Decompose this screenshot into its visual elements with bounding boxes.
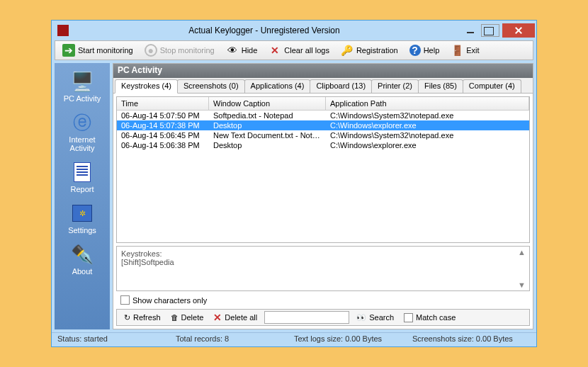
- hide-button[interactable]: 👁 Hide: [222, 43, 262, 58]
- sidebar-item-internet-activity[interactable]: ⓔ Internet Activity: [57, 108, 108, 155]
- panel-title: PC Activity: [113, 64, 533, 78]
- main-panel: PC Activity Keystrokes (4)Screenshots (0…: [113, 63, 533, 329]
- window-title: Actual Keylogger - Unregistered Version: [69, 26, 460, 35]
- help-button[interactable]: ? Help: [405, 43, 444, 57]
- exit-button[interactable]: 🚪 Exit: [446, 43, 483, 58]
- delete-all-button[interactable]: ✕ Delete all: [210, 310, 260, 324]
- search-label: Search: [369, 313, 394, 322]
- close-button[interactable]: [502, 23, 535, 38]
- show-chars-row: Show characters only: [113, 294, 533, 309]
- trash-icon: 🗑: [171, 313, 179, 322]
- bottom-toolbar: ↻ Refresh 🗑 Delete ✕ Delete all 👀 Search: [116, 309, 530, 326]
- play-icon: ➔: [62, 44, 75, 57]
- monitor-icon: 🖥️: [71, 70, 94, 93]
- app-icon: [57, 25, 69, 36]
- refresh-label: Refresh: [133, 313, 161, 322]
- table-body: 06-Aug-14 5:07:50 PMSoftpedia.txt - Note…: [117, 111, 529, 242]
- scroll-down-icon[interactable]: ▼: [518, 281, 528, 289]
- total-records: Total records: 8: [176, 334, 294, 345]
- col-time[interactable]: Time: [117, 97, 209, 110]
- cell-path: C:\Windows\explorer.exe: [326, 120, 529, 130]
- delete-label: Delete: [181, 313, 204, 322]
- cell-caption: Desktop: [209, 120, 326, 130]
- sidebar-item-pc-activity[interactable]: 🖥️ PC Activity: [57, 67, 108, 106]
- table-row[interactable]: 06-Aug-14 5:07:50 PMSoftpedia.txt - Note…: [117, 111, 529, 120]
- refresh-button[interactable]: ↻ Refresh: [121, 312, 164, 324]
- tab-4[interactable]: Printer (2): [371, 79, 419, 93]
- cell-time: 06-Aug-14 5:06:45 PM: [117, 130, 209, 140]
- refresh-icon: ↻: [124, 313, 130, 322]
- col-caption[interactable]: Window Caption: [209, 97, 326, 110]
- sidebar-label: Report: [70, 185, 94, 193]
- cell-caption: New Text Document.txt - Note...: [209, 130, 326, 140]
- cell-path: C:\Windows\System32\notepad.exe: [326, 111, 529, 120]
- content-area: 🖥️ PC Activity ⓔ Internet Activity Repor…: [55, 63, 533, 329]
- statusbar: Status: started Total records: 8 Text lo…: [52, 332, 536, 346]
- sidebar-item-report[interactable]: Report: [57, 158, 108, 196]
- registration-button[interactable]: 🔑 Registration: [337, 43, 402, 58]
- start-monitoring-button[interactable]: ➔ Start monitoring: [58, 43, 137, 58]
- exit-label: Exit: [466, 46, 479, 55]
- tab-6[interactable]: Computer (4): [463, 79, 521, 93]
- match-case-checkbox[interactable]: [404, 313, 413, 322]
- keystrokes-detail: Keystrokes: [Shift]Softpedia ▲▼: [116, 246, 530, 291]
- sidebar-item-about[interactable]: ✒️ About: [57, 240, 108, 278]
- help-label: Help: [424, 46, 440, 55]
- col-path[interactable]: Application Path: [326, 97, 529, 110]
- cell-caption: Softpedia.txt - Notepad: [209, 111, 326, 120]
- show-chars-label: Show characters only: [132, 296, 207, 305]
- minimize-button[interactable]: [460, 23, 481, 38]
- table-row[interactable]: 06-Aug-14 5:07:38 PMDesktopC:\Windows\ex…: [117, 120, 529, 130]
- settings-icon: ✲: [71, 202, 94, 225]
- search-input[interactable]: [264, 311, 349, 324]
- cell-path: C:\Windows\explorer.exe: [326, 140, 529, 150]
- x-icon: ✕: [268, 44, 281, 57]
- table-header: Time Window Caption Application Path: [117, 97, 529, 111]
- tab-0[interactable]: Keystrokes (4): [115, 79, 178, 94]
- tab-3[interactable]: Clipboard (13): [310, 79, 372, 93]
- detail-line1: Keystrokes:: [121, 249, 525, 258]
- status-text: Status: started: [57, 334, 176, 345]
- maximize-button[interactable]: [481, 24, 499, 37]
- sidebar-label: Internet Activity: [57, 135, 108, 152]
- tab-strip: Keystrokes (4)Screenshots (0)Application…: [113, 78, 533, 94]
- x-icon: ✕: [213, 312, 222, 323]
- eye-icon: 👁: [226, 44, 239, 57]
- clear-logs-button[interactable]: ✕ Clear all logs: [264, 43, 334, 58]
- cell-time: 06-Aug-14 5:07:38 PM: [117, 120, 209, 130]
- scroll-up-icon[interactable]: ▲: [518, 248, 528, 256]
- delete-all-label: Delete all: [225, 313, 257, 322]
- detail-scrollbar[interactable]: ▲▼: [518, 248, 528, 289]
- main-toolbar: ➔ Start monitoring ● Stop monitoring 👁 H…: [55, 40, 533, 60]
- keystrokes-table: Time Window Caption Application Path 06-…: [116, 96, 530, 243]
- table-row[interactable]: 06-Aug-14 5:06:45 PMNew Text Document.tx…: [117, 130, 529, 140]
- sidebar-label: About: [72, 267, 93, 276]
- table-row[interactable]: 06-Aug-14 5:06:38 PMDesktopC:\Windows\ex…: [117, 140, 529, 150]
- about-icon: ✒️: [71, 243, 94, 266]
- sidebar: 🖥️ PC Activity ⓔ Internet Activity Repor…: [55, 63, 110, 329]
- search-button[interactable]: 👀 Search: [354, 312, 397, 324]
- sidebar-label: PC Activity: [64, 94, 101, 103]
- match-case-label: Match case: [416, 313, 456, 322]
- binoculars-icon: 👀: [356, 313, 366, 322]
- report-icon: [71, 161, 94, 184]
- screenshots-size: Screenshots size: 0.00 Bytes: [412, 334, 531, 345]
- match-case-control[interactable]: Match case: [401, 312, 458, 324]
- stop-monitoring-button: ● Stop monitoring: [140, 43, 219, 58]
- cell-time: 06-Aug-14 5:07:50 PM: [117, 111, 209, 120]
- help-icon: ?: [409, 45, 421, 56]
- sidebar-label: Settings: [68, 226, 96, 235]
- clear-label: Clear all logs: [284, 46, 329, 55]
- sidebar-item-settings[interactable]: ✲ Settings: [57, 199, 108, 237]
- titlebar: Actual Keylogger - Unregistered Version: [52, 21, 536, 40]
- cell-path: C:\Windows\System32\notepad.exe: [326, 130, 529, 140]
- delete-button[interactable]: 🗑 Delete: [168, 312, 207, 323]
- tab-1[interactable]: Screenshots (0): [177, 79, 245, 93]
- show-chars-checkbox[interactable]: [120, 295, 130, 305]
- cell-caption: Desktop: [209, 140, 326, 150]
- key-icon: 🔑: [341, 44, 354, 57]
- app-window: Actual Keylogger - Unregistered Version …: [51, 20, 537, 347]
- tab-2[interactable]: Applications (4): [244, 79, 311, 93]
- tab-5[interactable]: Files (85): [418, 79, 463, 93]
- registration-label: Registration: [356, 46, 398, 55]
